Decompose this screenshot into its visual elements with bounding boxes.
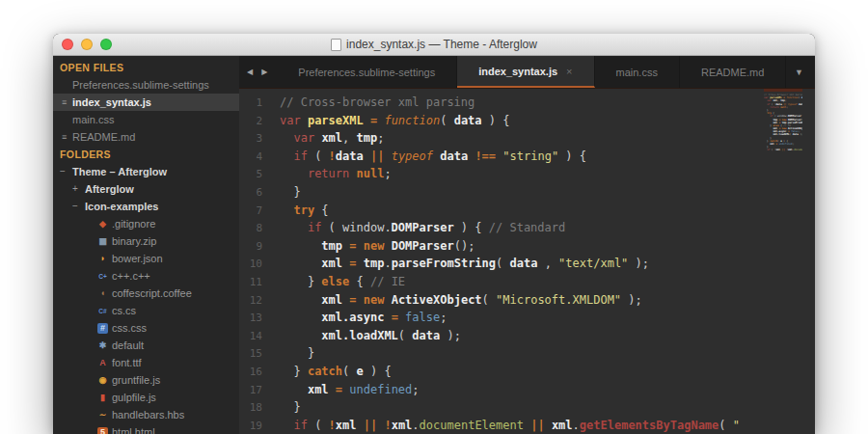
- tree-file[interactable]: ◗bower.json: [53, 250, 239, 267]
- tree-file[interactable]: ∼handlebars.hbs: [53, 406, 239, 423]
- tree-folder[interactable]: +Afterglow: [53, 180, 239, 198]
- code-line[interactable]: 1// Cross-browser xml parsing: [239, 94, 815, 112]
- code-line[interactable]: 16 } catch( e ) {: [239, 363, 815, 381]
- tab-label: README.md: [701, 67, 764, 78]
- sidebar: OPEN FILES Preferences.sublime-settings≡…: [53, 56, 239, 434]
- tree-file[interactable]: ▦binary.zip: [53, 232, 239, 250]
- open-file-name: index_syntax.js: [72, 96, 151, 108]
- line-number: 4: [239, 149, 262, 167]
- minimize-button[interactable]: [81, 39, 93, 50]
- tree-folder[interactable]: −Icon-examples: [53, 198, 239, 215]
- tab[interactable]: README.md: [680, 56, 786, 88]
- tab-label: Preferences.sublime-settings: [298, 67, 435, 78]
- code-line[interactable]: 12 xml = new ActiveXObject( "Microsoft.X…: [239, 291, 815, 310]
- tab-back-icon[interactable]: ◀: [247, 68, 253, 76]
- tree-item-name: gruntfile.js: [112, 371, 160, 389]
- tree-item-name: font.ttf: [112, 354, 142, 371]
- tree-item-name: Icon-examples: [85, 198, 158, 215]
- tab-bar: ◀ ▶ Preferences.sublime-settingsindex_sy…: [239, 56, 815, 89]
- zoom-button[interactable]: [100, 39, 112, 50]
- gulp-icon: ▮: [97, 393, 108, 403]
- tree-item-name: .gitignore: [112, 215, 155, 232]
- folder-tree: −Theme – Afterglow+Afterglow−Icon-exampl…: [53, 163, 239, 434]
- tree-file[interactable]: ◖coffescript.coffee: [53, 285, 239, 302]
- close-button[interactable]: [62, 39, 73, 50]
- code-line[interactable]: 4 if ( !data || typeof data !== "string"…: [239, 148, 815, 166]
- line-number: 9: [239, 238, 262, 257]
- window-title-text: index_syntax.js — Theme - Afterglow: [346, 38, 537, 51]
- line-number: 5: [239, 166, 262, 184]
- tree-file[interactable]: #css.css: [53, 319, 239, 337]
- tree-file[interactable]: C#cs.cs: [53, 302, 239, 319]
- tab-list: Preferences.sublime-settingsindex_syntax…: [277, 56, 786, 88]
- tree-file[interactable]: Afont.ttf: [53, 354, 239, 371]
- tree-file[interactable]: ✱default: [53, 337, 239, 354]
- tree-item-name: c++.c++: [112, 267, 150, 285]
- tab-forward-icon[interactable]: ▶: [261, 68, 267, 76]
- minimap[interactable]: // Cross-browser xml parsingvar parseXML…: [764, 89, 802, 152]
- code-line[interactable]: 10 xml = tmp.parseFromString( data , "te…: [239, 255, 815, 273]
- tab-overflow-icon[interactable]: ▼: [795, 56, 803, 88]
- line-number: 15: [239, 345, 262, 364]
- gear-icon: ✱: [97, 340, 108, 351]
- code-line[interactable]: 2var parseXML = function( data ) {: [239, 112, 815, 130]
- code-line[interactable]: 14 xml.loadXML( data );: [239, 327, 815, 345]
- code-line[interactable]: 17 xml = undefined;: [239, 381, 815, 399]
- line-number: 8: [239, 220, 262, 238]
- tree-file[interactable]: C+c++.c++: [53, 267, 239, 285]
- tree-item-name: css.css: [112, 319, 147, 337]
- document-icon: [331, 39, 341, 51]
- code-line[interactable]: 6 }: [239, 183, 815, 202]
- tree-file[interactable]: ◆.gitignore: [53, 215, 239, 232]
- line-number: 10: [239, 256, 262, 274]
- minimap-marker: [764, 89, 802, 92]
- tree-item-name: gulpfile.js: [112, 389, 156, 406]
- code-line[interactable]: 19 if ( !xml || !xml.documentElement || …: [239, 417, 815, 434]
- code-line[interactable]: 11 } else { // IE: [239, 273, 815, 291]
- tree-folder[interactable]: −Theme – Afterglow: [53, 163, 239, 180]
- code-area: 1// Cross-browser xml parsing2var parseX…: [239, 89, 815, 434]
- tab-nav: ◀ ▶: [239, 56, 277, 88]
- collapse-icon[interactable]: −: [72, 198, 78, 215]
- tab[interactable]: main.css: [595, 56, 680, 88]
- tree-file[interactable]: ▮gulpfile.js: [53, 389, 239, 406]
- code-line[interactable]: 7 try {: [239, 202, 815, 220]
- code-line[interactable]: 13 xml.async = false;: [239, 309, 815, 327]
- editor[interactable]: 1// Cross-browser xml parsing2var parseX…: [239, 89, 815, 434]
- handlebars-icon: ∼: [97, 410, 108, 420]
- code-line[interactable]: 9 tmp = new DOMParser();: [239, 237, 815, 256]
- line-number: 2: [239, 113, 262, 131]
- window-title: index_syntax.js — Theme - Afterglow: [331, 38, 537, 51]
- line-number: 3: [239, 130, 262, 149]
- git-icon: ◆: [97, 219, 108, 230]
- zip-icon: ▦: [97, 236, 108, 247]
- collapse-icon[interactable]: −: [60, 163, 66, 180]
- code-line[interactable]: 8 if ( window.DOMParser ) { // Standard: [239, 219, 815, 237]
- html-icon: 5: [97, 427, 108, 434]
- tab-label: main.css: [616, 67, 658, 78]
- tree-file[interactable]: 5html.html: [53, 423, 239, 434]
- tree-file[interactable]: ◉gruntfile.js: [53, 371, 239, 389]
- minimap-line: if ( !xml || !xml.documentElement || xml…: [764, 149, 802, 151]
- csharp-icon: C#: [97, 306, 108, 316]
- open-file-item[interactable]: Preferences.sublime-settings: [53, 76, 239, 94]
- open-file-name: README.md: [72, 131, 135, 143]
- title-bar[interactable]: index_syntax.js — Theme - Afterglow: [53, 34, 815, 56]
- font-icon: A: [97, 358, 108, 368]
- code-line[interactable]: 15 }: [239, 344, 815, 363]
- code-line[interactable]: 18 }: [239, 398, 815, 417]
- tab[interactable]: Preferences.sublime-settings: [277, 56, 457, 88]
- tab[interactable]: index_syntax.js×: [457, 56, 594, 88]
- open-file-item[interactable]: main.css: [53, 111, 239, 128]
- code-line[interactable]: 5 return null;: [239, 165, 815, 183]
- tree-item-name: Afterglow: [85, 180, 134, 198]
- expand-icon[interactable]: +: [72, 180, 78, 198]
- open-file-item[interactable]: ≡README.md: [53, 128, 239, 146]
- line-number: 7: [239, 203, 262, 221]
- file-icon: ≡: [62, 128, 67, 146]
- open-files-header: OPEN FILES: [53, 59, 239, 76]
- close-icon[interactable]: ×: [566, 66, 572, 77]
- line-number: 11: [239, 274, 262, 292]
- code-line[interactable]: 3 var xml, tmp;: [239, 129, 815, 148]
- open-file-item[interactable]: ≡index_syntax.js: [53, 94, 239, 111]
